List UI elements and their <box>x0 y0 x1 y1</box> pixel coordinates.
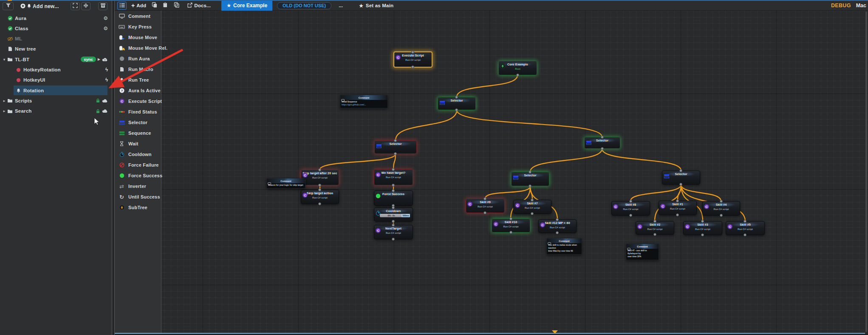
palette-item-key-press[interactable]: Key Press <box>115 22 161 31</box>
node-core-example[interactable]: Core ExampleRoot <box>498 61 537 75</box>
palette-toggle-button[interactable] <box>117 2 127 10</box>
set-as-main-button[interactable]: ★ Set as Main <box>359 3 393 9</box>
palette-item-aura-is-active[interactable]: ?Aura Is Active <box>115 86 161 95</box>
node-selector-left[interactable]: Selector <box>374 140 417 154</box>
port-bottom[interactable] <box>509 231 512 234</box>
port-top[interactable] <box>318 188 321 191</box>
comment-node[interactable]: CommentSkill #7 - use skill to fly/telep… <box>626 244 659 260</box>
palette-item-force-success[interactable]: Force Success <box>115 171 161 180</box>
palette-item-mouse-move-rel[interactable]: Mouse Move Rel. <box>115 43 161 53</box>
port-top[interactable] <box>509 217 512 220</box>
palette-item-inverter[interactable]: ⇄Inverter <box>115 182 161 191</box>
canvas-guide-marker[interactable] <box>552 330 558 334</box>
node-selector-far-right[interactable]: Selector <box>662 170 700 185</box>
sidebar-item-hotkeyui[interactable]: HotkeyUIϟ <box>0 75 112 85</box>
node-skip-target-after[interactable]: CSkip target after 20 secRun C# script <box>301 170 339 185</box>
sidebar-item-tl-bt[interactable]: ▾TL-BTsync▶ <box>0 54 112 64</box>
port-bottom[interactable] <box>516 74 519 77</box>
node-skill-12[interactable]: CSkill #12 MP < 60Run C# script <box>538 219 577 233</box>
comment-node[interactable]: CommentUse skill to melee mode when reac… <box>546 238 582 255</box>
palette-item-run-aura[interactable]: Run Aura <box>115 54 161 63</box>
port-bottom[interactable] <box>411 65 414 68</box>
sidebar-item-class[interactable]: Class⚙ <box>0 23 112 33</box>
duplicate-button[interactable] <box>173 2 180 9</box>
filter-button[interactable] <box>3 2 14 10</box>
port-top[interactable] <box>531 199 534 202</box>
port-bottom[interactable] <box>556 231 559 234</box>
port-bottom[interactable] <box>392 238 395 241</box>
add-node-button[interactable]: + Add <box>130 3 147 9</box>
gear-icon[interactable]: ⚙ <box>103 16 108 21</box>
palette-item-force-failure[interactable]: Force Failure <box>115 160 161 170</box>
add-new-button[interactable]: Add new... <box>20 2 59 10</box>
node-skill-5[interactable]: CSkill #5Run C# script <box>726 221 765 235</box>
port-bottom[interactable] <box>531 212 534 215</box>
port-top[interactable] <box>701 220 704 223</box>
palette-item-wait[interactable]: Wait <box>115 139 161 148</box>
tab-old-do-not-use[interactable]: OLD (DO NOT USE) <box>277 2 331 9</box>
port-bottom[interactable] <box>394 152 397 155</box>
port-bottom[interactable] <box>318 184 321 187</box>
sidebar-item-rotation[interactable]: Rotation <box>14 85 107 95</box>
port-bottom[interactable] <box>676 213 679 216</box>
sidebar-item-new-tree[interactable]: New tree <box>0 44 112 54</box>
port-top[interactable] <box>318 168 321 171</box>
palette-item-sequence[interactable]: Sequence <box>115 128 161 138</box>
sidebar-item-scripts[interactable]: ▸Scripts <box>0 96 112 105</box>
caret-right-icon[interactable]: ▸ <box>2 109 7 113</box>
sidebar-item-search[interactable]: ▸Search <box>0 106 112 116</box>
port-top[interactable] <box>392 168 395 171</box>
port-top[interactable] <box>556 218 559 221</box>
port-top[interactable] <box>483 197 486 200</box>
bolt-icon[interactable]: ϟ <box>105 67 108 72</box>
panel-divider[interactable] <box>112 0 115 335</box>
port-top[interactable] <box>676 199 679 202</box>
port-bottom[interactable] <box>629 214 632 217</box>
expand-all-button[interactable] <box>71 2 80 10</box>
node-we-have-target[interactable]: CWe have target?Run C# script <box>374 169 413 185</box>
comment-link[interactable]: https://gist.github.com/... <box>342 104 386 107</box>
node-skill-3[interactable]: CSkill #3Run C# script <box>683 221 722 235</box>
port-bottom[interactable] <box>653 233 656 236</box>
port-top[interactable] <box>411 51 414 54</box>
palette-item-subtree[interactable]: SubTree <box>115 203 161 212</box>
palette-item-run-tree[interactable]: Run Tree <box>115 75 161 85</box>
node-skill-10[interactable]: CSkill #10Run C# script <box>492 219 530 233</box>
port-top[interactable] <box>392 189 395 192</box>
tab-core-example[interactable]: ★ Core Example <box>221 1 272 11</box>
palette-item-comment[interactable]: Comment <box>115 11 161 21</box>
port-top[interactable] <box>455 96 458 99</box>
port-bottom[interactable] <box>392 220 395 223</box>
port-top[interactable] <box>629 200 632 203</box>
port-bottom[interactable] <box>601 147 604 150</box>
port-bottom[interactable] <box>318 202 321 205</box>
port-bottom[interactable] <box>701 233 704 236</box>
port-bottom[interactable] <box>529 185 532 187</box>
comment-node[interactable]: CommentInitial Sequencehttps://gist.gith… <box>340 95 388 108</box>
port-top[interactable] <box>679 169 682 172</box>
node-force-success[interactable]: Force Success <box>374 190 413 206</box>
port-bottom[interactable] <box>679 183 682 186</box>
palette-item-selector[interactable]: Selector <box>115 118 161 127</box>
node-selector-root[interactable]: Selector <box>438 97 476 110</box>
node-selector-mid[interactable]: Selector <box>511 172 549 186</box>
sidebar-item-aura[interactable]: Aura⚙ <box>0 13 112 23</box>
port-top[interactable] <box>392 206 395 209</box>
port-top[interactable] <box>744 220 746 223</box>
comment-node[interactable]: CommentReason for your logic for skip ta… <box>266 178 305 189</box>
port-bottom[interactable] <box>720 214 723 217</box>
sidebar-item-hotkeyrotation[interactable]: HotkeyRotationϟ <box>0 65 112 75</box>
node-skill-1[interactable]: CSkill #1Run C# script <box>659 201 697 215</box>
port-top[interactable] <box>653 220 656 223</box>
caret-down-icon[interactable]: ▾ <box>2 57 7 62</box>
vertical-scrollbar[interactable] <box>865 11 867 332</box>
port-bottom[interactable] <box>392 184 395 187</box>
node-skill-2[interactable]: CSkill #2Run C# script <box>636 221 674 235</box>
collapse-all-button[interactable] <box>81 2 90 10</box>
node-skip-target-action[interactable]: CSkip target actionRun C# script <box>301 190 339 204</box>
node-skill-9[interactable]: CSkill #9Run C# script <box>466 199 505 213</box>
port-bottom[interactable] <box>483 211 486 214</box>
palette-item-execute-script[interactable]: CExecute Script <box>115 97 161 106</box>
port-top[interactable] <box>392 224 395 227</box>
node-skill-7[interactable]: CSkill #7Run C# script <box>513 200 551 214</box>
